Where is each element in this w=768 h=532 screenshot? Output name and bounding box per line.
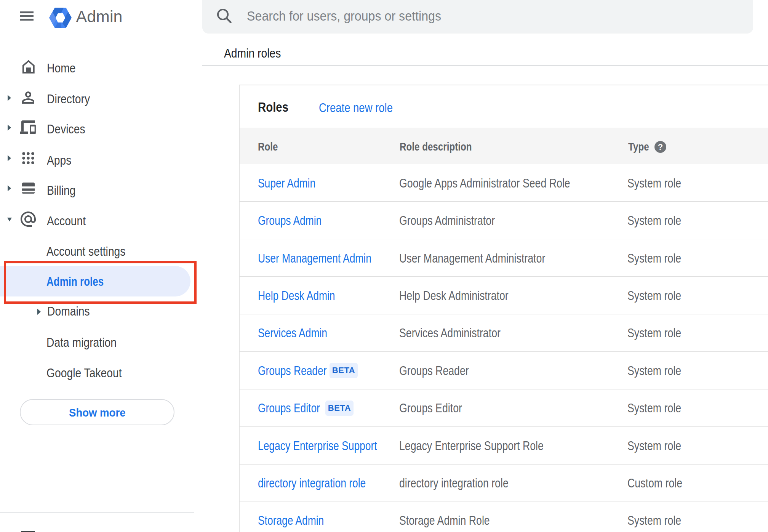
svg-text:?: ? (658, 142, 662, 152)
